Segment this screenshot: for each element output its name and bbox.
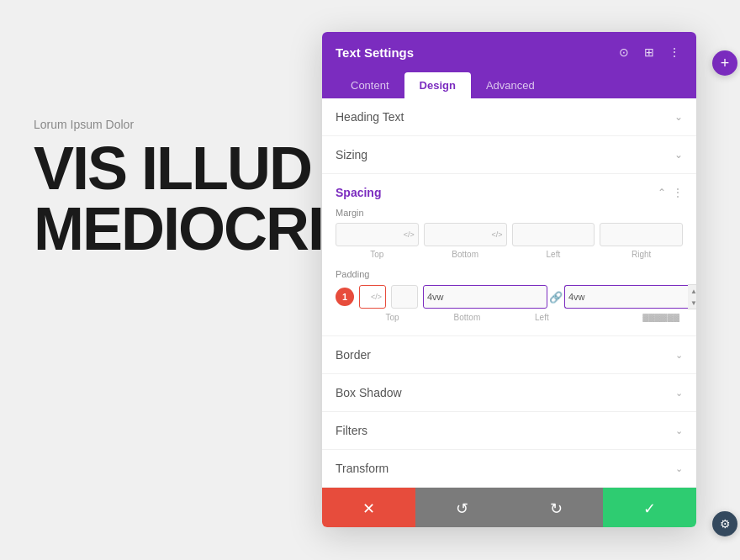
margin-bottom-label: Bottom (424, 250, 507, 259)
link-chain-icon: 🔗 (549, 291, 563, 304)
section-transform[interactable]: Transform ⌄ (322, 450, 696, 488)
panel-title: Text Settings (336, 45, 414, 60)
transform-label: Transform (336, 462, 388, 475)
section-sizing[interactable]: Sizing ⌄ (322, 136, 696, 174)
text-settings-panel: Text Settings ⊙ ⊞ ⋮ Content Design Advan… (322, 32, 696, 527)
padding-row: 1 </> 🔗 (336, 284, 683, 309)
padding-left-label: Left (507, 313, 577, 322)
sizing-label: Sizing (336, 148, 367, 161)
section-box-shadow[interactable]: Box Shadow ⌄ (322, 374, 696, 412)
padding-right-input[interactable] (564, 285, 688, 309)
padding-top-box: </> (359, 285, 386, 309)
spinner-down[interactable]: ▼ (688, 297, 696, 309)
spacing-label: Spacing (336, 186, 381, 199)
border-label: Border (336, 348, 371, 362)
target-icon[interactable]: ⊙ (616, 44, 632, 61)
tab-content[interactable]: Content (336, 72, 404, 98)
margin-right-box (600, 223, 683, 246)
tab-advanced[interactable]: Advanced (471, 72, 550, 98)
padding-group-label: Padding (336, 269, 683, 279)
margin-bottom-icon: </> (491, 230, 502, 239)
spacing-header[interactable]: Spacing ⌃ ⋮ (322, 174, 696, 208)
filters-label: Filters (336, 424, 367, 437)
section-spacing: Spacing ⌃ ⋮ Margin </> </> (322, 174, 696, 336)
margin-field-labels: Top Bottom Left Right (336, 250, 683, 259)
section-filters[interactable]: Filters ⌄ (322, 412, 696, 450)
panel-header: Text Settings ⊙ ⊞ ⋮ (322, 32, 696, 72)
padding-top-code-icon: </> (371, 293, 382, 301)
transform-chevron: ⌄ (675, 463, 683, 474)
heading-text-chevron: ⌄ (674, 111, 683, 123)
spacing-collapse-icon[interactable]: ⌃ (658, 187, 666, 198)
heading-text-label: Heading Text (336, 110, 404, 124)
spinner-up[interactable]: ▲ (688, 285, 696, 297)
padding-right-label: ▓▓▓▓▓▓ (582, 313, 683, 322)
section-heading-text[interactable]: Heading Text ⌄ (322, 98, 696, 136)
margin-top-icon: </> (404, 230, 415, 239)
layout-icon[interactable]: ⊞ (641, 44, 658, 61)
save-button[interactable]: ✓ (603, 488, 696, 527)
padding-bottom-label: Bottom (432, 313, 502, 322)
padding-top-label: Top (357, 313, 427, 322)
margin-left-box (512, 223, 595, 246)
margin-bottom-box: </> (424, 223, 507, 246)
margin-top-label: Top (336, 250, 419, 259)
wrench-button[interactable]: ⚙ (712, 511, 737, 536)
padding-right-wrapper: ▲ ▼ (564, 284, 696, 309)
plus-button[interactable]: + (712, 50, 737, 76)
margin-top-box: </> (336, 223, 419, 246)
margin-right-label: Right (600, 250, 683, 259)
more-options-icon[interactable]: ⋮ (666, 44, 683, 61)
panel-header-icons: ⊙ ⊞ ⋮ (616, 44, 683, 61)
margin-row: </> </> (336, 223, 683, 246)
cancel-button[interactable]: ✕ (322, 488, 415, 527)
padding-bottom-box (391, 285, 418, 309)
panel-body: Heading Text ⌄ Sizing ⌄ Spacing ⌃ ⋮ Marg… (322, 98, 696, 527)
spacing-icons: ⌃ ⋮ (658, 187, 683, 198)
tabs: Content Design Advanced (322, 72, 696, 98)
margin-right-input[interactable] (600, 223, 683, 246)
undo-button[interactable]: ↺ (415, 488, 509, 527)
margin-label: Margin (336, 208, 683, 218)
box-shadow-label: Box Shadow (336, 386, 402, 399)
margin-left-input[interactable] (512, 223, 595, 246)
padding-linked-box: 🔗 ▲ ▼ (423, 284, 696, 309)
box-shadow-chevron: ⌄ (675, 388, 683, 399)
padding-left-input[interactable] (423, 285, 547, 309)
filters-chevron: ⌄ (675, 425, 683, 436)
redo-button[interactable]: ↻ (510, 488, 603, 527)
padding-bottom-input[interactable] (391, 285, 418, 309)
padding-badge: 1 (336, 288, 354, 306)
padding-spinner: ▲ ▼ (688, 284, 696, 309)
sizing-chevron: ⌄ (674, 149, 683, 161)
spacing-content: Margin </> </> (322, 208, 696, 335)
border-chevron: ⌄ (675, 350, 683, 361)
tab-design[interactable]: Design (404, 72, 471, 98)
margin-left-label: Left (512, 250, 595, 259)
spacing-more-icon[interactable]: ⋮ (673, 187, 683, 198)
section-border[interactable]: Border ⌄ (322, 336, 696, 374)
padding-field-labels: Top Bottom Left ▓▓▓▓▓▓ (357, 313, 683, 322)
bottom-bar: ✕ ↺ ↻ ✓ (322, 488, 696, 527)
